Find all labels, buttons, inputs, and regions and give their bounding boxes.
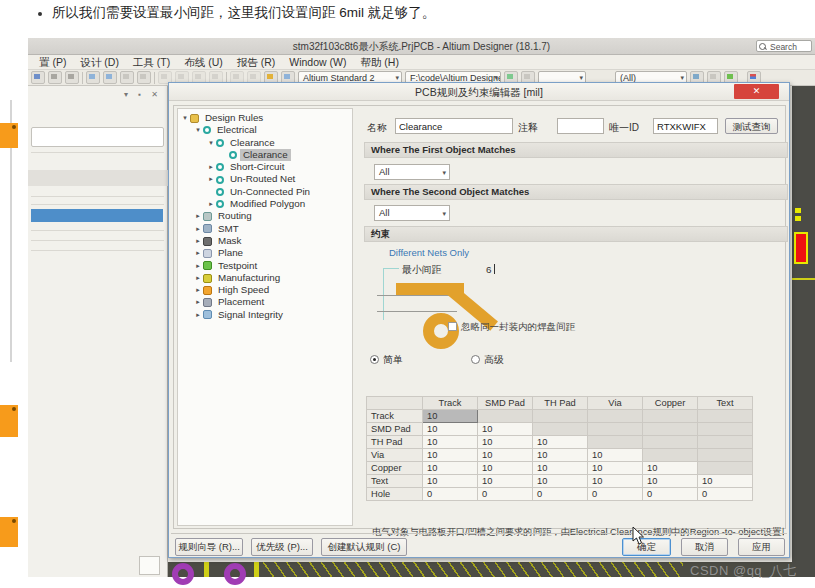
matrix-col-header-track[interactable]: Track bbox=[423, 397, 478, 410]
different-nets-link[interactable]: Different Nets Only bbox=[389, 247, 469, 258]
collapsed-expander-icon[interactable]: ▸ bbox=[193, 247, 203, 259]
matrix-cell-text-copper[interactable]: 10 bbox=[643, 475, 698, 488]
matrix-cell-hole-track[interactable]: 0 bbox=[423, 488, 478, 501]
tree-item-design-rules[interactable]: ▾Design Rules bbox=[178, 112, 352, 124]
matrix-cell-text-via[interactable]: 10 bbox=[588, 475, 643, 488]
matrix-cell-text-th-pad[interactable]: 10 bbox=[533, 475, 588, 488]
matrix-cell-text-smd-pad[interactable]: 10 bbox=[478, 475, 533, 488]
ok-button[interactable]: 确定 bbox=[622, 538, 671, 556]
matrix-col-header-text[interactable]: Text bbox=[698, 397, 753, 410]
tree-item-modified-polygon[interactable]: ▸Modified Polygon bbox=[178, 198, 352, 210]
dialog-titlebar[interactable]: PCB规则及约束编辑器 [mil] ✕ bbox=[169, 83, 789, 101]
matrix-row-header-text[interactable]: Text bbox=[367, 475, 423, 488]
tree-item-signal-integrity[interactable]: ▸Signal Integrity bbox=[178, 309, 352, 321]
menu-window-w[interactable]: Window (W) bbox=[282, 55, 353, 70]
collapsed-expander-icon[interactable]: ▸ bbox=[193, 223, 203, 235]
tree-item-routing[interactable]: ▸Routing bbox=[178, 210, 352, 222]
priorities-button[interactable]: 优先级 (P)... bbox=[251, 538, 313, 556]
menu-r[interactable]: 报告 (R) bbox=[230, 55, 283, 70]
menu-p[interactable]: 置 (P) bbox=[32, 55, 73, 70]
collapsed-expander-icon[interactable]: ▸ bbox=[193, 272, 203, 284]
projects-search-input[interactable] bbox=[31, 127, 164, 147]
tree-item-un-routed-net[interactable]: ▸Un-Routed Net bbox=[178, 173, 352, 185]
matrix-cell-copper-via[interactable]: 10 bbox=[588, 462, 643, 475]
matrix-cell-th-pad-smd-pad[interactable]: 10 bbox=[478, 436, 533, 449]
unique-id-input[interactable] bbox=[653, 118, 718, 134]
menu-t[interactable]: 工具 (T) bbox=[126, 55, 177, 70]
matrix-col-header-th-pad[interactable]: TH Pad bbox=[533, 397, 588, 410]
matrix-cell-text-track[interactable]: 10 bbox=[423, 475, 478, 488]
menu-u[interactable]: 布线 (U) bbox=[177, 55, 230, 70]
create-default-rule-button[interactable]: 创建默认规则 (C) bbox=[321, 538, 407, 556]
collapsed-expander-icon[interactable]: ▸ bbox=[206, 173, 216, 185]
tree-item-high-speed[interactable]: ▸High Speed bbox=[178, 284, 352, 296]
save-icon[interactable] bbox=[31, 71, 45, 84]
collapsed-expander-icon[interactable]: ▸ bbox=[193, 210, 203, 222]
matrix-col-header-smd-pad[interactable]: SMD Pad bbox=[478, 397, 533, 410]
collapsed-expander-icon[interactable]: ▸ bbox=[206, 161, 216, 173]
cancel-button[interactable]: 取消 bbox=[681, 538, 728, 556]
matrix-cell-copper-track[interactable]: 10 bbox=[423, 462, 478, 475]
matrix-cell-copper-copper[interactable]: 10 bbox=[643, 462, 698, 475]
ignore-pad-clearance-checkbox[interactable] bbox=[448, 322, 457, 331]
matrix-col-header-copper[interactable]: Copper bbox=[643, 397, 698, 410]
matrix-cell-hole-text[interactable]: 0 bbox=[698, 488, 753, 501]
collapsed-expander-icon[interactable]: ▸ bbox=[193, 235, 203, 247]
matrix-row-header-hole[interactable]: Hole bbox=[367, 488, 423, 501]
print-icon[interactable] bbox=[48, 71, 62, 84]
menu-h[interactable]: 帮助 (H) bbox=[353, 55, 406, 70]
collapsed-expander-icon[interactable]: ▸ bbox=[193, 260, 203, 272]
min-clearance-value[interactable]: 6 bbox=[486, 264, 491, 275]
rule-name-input[interactable] bbox=[395, 118, 513, 134]
matrix-cell-smd-pad-smd-pad[interactable]: 10 bbox=[478, 423, 533, 436]
pcb-editor-strip-right[interactable] bbox=[792, 86, 815, 577]
matrix-cell-smd-pad-track[interactable]: 10 bbox=[423, 423, 478, 436]
matrix-cell-via-th-pad[interactable]: 10 bbox=[533, 449, 588, 462]
zoom-selection-icon[interactable] bbox=[137, 71, 151, 84]
rule-wizard-button[interactable]: 规则向导 (R)... bbox=[175, 538, 243, 556]
tree-item-clearance[interactable]: ▾Clearance bbox=[178, 137, 352, 149]
matrix-cell-hole-smd-pad[interactable]: 0 bbox=[478, 488, 533, 501]
projects-selected-row[interactable] bbox=[31, 209, 163, 222]
matrix-row-header-copper[interactable]: Copper bbox=[367, 462, 423, 475]
matrix-cell-hole-via[interactable]: 0 bbox=[588, 488, 643, 501]
tree-item-placement[interactable]: ▸Placement bbox=[178, 296, 352, 308]
tree-item-plane[interactable]: ▸Plane bbox=[178, 247, 352, 259]
comment-input[interactable] bbox=[557, 118, 604, 134]
advanced-mode-radio[interactable] bbox=[471, 355, 480, 364]
close-button[interactable]: ✕ bbox=[734, 84, 779, 99]
matrix-cell-th-pad-track[interactable]: 10 bbox=[423, 436, 478, 449]
tree-item-smt[interactable]: ▸SMT bbox=[178, 223, 352, 235]
matrix-row-header-via[interactable]: Via bbox=[367, 449, 423, 462]
tree-item-clearance[interactable]: Clearance bbox=[178, 149, 352, 161]
matrix-col-header-via[interactable]: Via bbox=[588, 397, 643, 410]
collapsed-expander-icon[interactable]: ▸ bbox=[193, 296, 203, 308]
expanded-expander-icon[interactable]: ▾ bbox=[180, 112, 190, 124]
matrix-cell-hole-th-pad[interactable]: 0 bbox=[533, 488, 588, 501]
matrix-cell-via-via[interactable]: 10 bbox=[588, 449, 643, 462]
expanded-expander-icon[interactable]: ▾ bbox=[193, 124, 203, 136]
zoom-fit-icon[interactable] bbox=[103, 71, 117, 84]
matrix-cell-copper-th-pad[interactable]: 10 bbox=[533, 462, 588, 475]
matrix-cell-track-track[interactable]: 10 bbox=[423, 410, 478, 423]
zoom-window-icon[interactable] bbox=[86, 71, 100, 84]
zoom-in-icon[interactable] bbox=[120, 71, 134, 84]
panel-dropdown-icon[interactable]: ▾ bbox=[124, 90, 132, 99]
collapsed-expander-icon[interactable]: ▸ bbox=[206, 198, 216, 210]
search-box[interactable]: Search bbox=[756, 40, 812, 52]
matrix-cell-via-smd-pad[interactable]: 10 bbox=[478, 449, 533, 462]
tree-item-testpoint[interactable]: ▸Testpoint bbox=[178, 260, 352, 272]
simple-mode-radio[interactable] bbox=[370, 355, 379, 364]
print-preview-icon[interactable] bbox=[65, 71, 79, 84]
tree-item-short-circuit[interactable]: ▸Short-Circuit bbox=[178, 161, 352, 173]
panel-controls[interactable]: ▾ ▪ ✕ bbox=[124, 90, 162, 99]
matrix-cell-th-pad-th-pad[interactable]: 10 bbox=[533, 436, 588, 449]
first-match-dropdown[interactable]: All ▾ bbox=[374, 164, 450, 180]
matrix-cell-via-track[interactable]: 10 bbox=[423, 449, 478, 462]
tree-item-electrical[interactable]: ▾Electrical bbox=[178, 124, 352, 136]
expanded-expander-icon[interactable]: ▾ bbox=[206, 137, 216, 149]
matrix-row-header-th-pad[interactable]: TH Pad bbox=[367, 436, 423, 449]
collapsed-expander-icon[interactable]: ▸ bbox=[193, 309, 203, 321]
test-queries-button[interactable]: 测试查询 bbox=[725, 118, 778, 134]
matrix-cell-text-text[interactable]: 10 bbox=[698, 475, 753, 488]
